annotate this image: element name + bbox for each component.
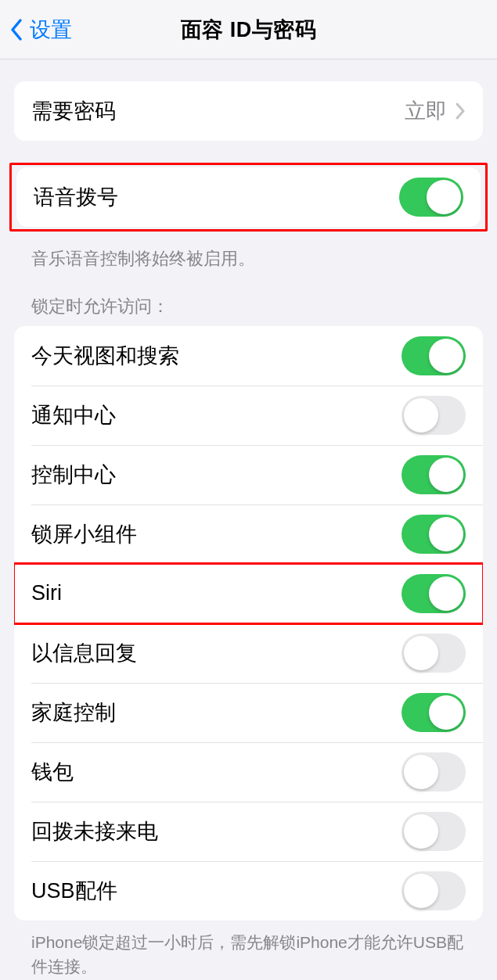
chevron-right-icon xyxy=(455,102,466,120)
lock-access-row: 家庭控制 xyxy=(14,683,483,742)
chevron-left-icon xyxy=(9,17,25,42)
lock-access-toggle[interactable] xyxy=(402,455,466,494)
lock-access-row: 回拨未接来电 xyxy=(14,802,483,861)
lock-access-toggle[interactable] xyxy=(402,634,466,673)
lock-access-footer: iPhone锁定超过一小时后，需先解锁iPhone才能允许USB配件连接。 xyxy=(14,921,483,980)
lock-access-row: 锁屏小组件 xyxy=(14,504,483,564)
lock-access-row: Siri xyxy=(14,564,483,623)
back-label: 设置 xyxy=(30,16,72,44)
lock-access-label: 回拨未接来电 xyxy=(31,817,158,845)
lock-access-row: USB配件 xyxy=(14,861,483,921)
lock-access-row: 以信息回复 xyxy=(14,623,483,683)
voice-dial-highlight: 语音拨号 xyxy=(9,163,488,232)
lock-access-label: Siri xyxy=(31,581,62,605)
lock-access-header: 锁定时允许访问： xyxy=(14,295,483,326)
lock-access-row: 今天视图和搜索 xyxy=(14,326,483,386)
require-passcode-label: 需要密码 xyxy=(31,97,116,125)
page-title: 面容 ID与密码 xyxy=(181,16,317,44)
lock-access-row: 通知中心 xyxy=(14,386,483,445)
voice-dial-toggle[interactable] xyxy=(399,178,463,217)
lock-access-group: 锁定时允许访问： 今天视图和搜索通知中心控制中心锁屏小组件Siri以信息回复家庭… xyxy=(14,295,483,921)
voice-dial-row: 语音拨号 xyxy=(16,167,481,227)
lock-access-label: 今天视图和搜索 xyxy=(31,342,179,370)
lock-access-label: 钱包 xyxy=(31,758,74,786)
lock-access-label: USB配件 xyxy=(31,877,117,905)
lock-access-label: 控制中心 xyxy=(31,461,116,489)
voice-dial-label: 语音拨号 xyxy=(34,183,118,211)
require-passcode-value: 立即 xyxy=(405,97,447,125)
lock-access-toggle[interactable] xyxy=(402,871,466,910)
lock-access-toggle[interactable] xyxy=(402,396,466,435)
lock-access-toggle[interactable] xyxy=(402,336,466,375)
voice-dial-footer: 音乐语音控制将始终被启用。 xyxy=(14,239,483,271)
navigation-bar: 设置 面容 ID与密码 xyxy=(0,0,497,59)
require-passcode-row[interactable]: 需要密码 立即 xyxy=(14,81,483,141)
lock-access-toggle[interactable] xyxy=(402,812,466,851)
lock-access-toggle[interactable] xyxy=(402,693,466,732)
back-button[interactable]: 设置 xyxy=(9,16,72,44)
lock-access-toggle[interactable] xyxy=(402,574,466,613)
lock-access-label: 锁屏小组件 xyxy=(31,520,137,548)
lock-access-toggle[interactable] xyxy=(402,515,466,554)
lock-access-row: 控制中心 xyxy=(14,445,483,504)
passcode-group: 需要密码 立即 xyxy=(14,81,483,141)
lock-access-label: 家庭控制 xyxy=(31,698,116,727)
lock-access-row: 钱包 xyxy=(14,742,483,802)
lock-access-label: 通知中心 xyxy=(31,401,116,429)
lock-access-label: 以信息回复 xyxy=(31,639,137,667)
lock-access-toggle[interactable] xyxy=(402,752,466,792)
